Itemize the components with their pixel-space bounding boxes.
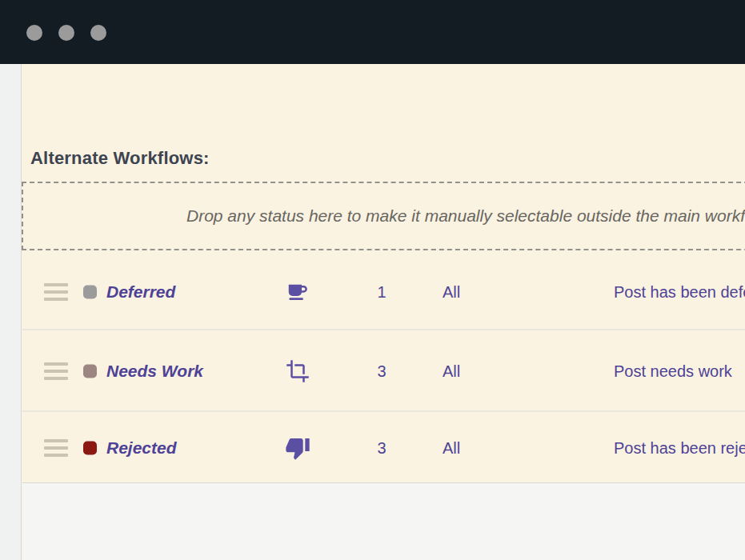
drag-handle-icon[interactable] [44, 283, 68, 301]
status-count: 3 [367, 362, 396, 381]
window-titlebar [0, 0, 745, 64]
status-name: Needs Work [106, 362, 203, 381]
status-scope: All [443, 439, 460, 458]
status-description: Post has been rejected [614, 439, 745, 458]
status-row[interactable]: Needs Work 3 All Post needs work [22, 332, 745, 412]
status-name: Rejected [106, 438, 177, 458]
section-heading: Alternate Workflows: [30, 148, 210, 169]
drop-zone-message: Drop any status here to make it manually… [186, 206, 745, 226]
status-color-swatch [83, 442, 97, 455]
status-count: 3 [367, 439, 396, 458]
drag-handle-icon[interactable] [44, 439, 68, 457]
thumbs-down-icon [282, 434, 314, 462]
window-dot-icon[interactable] [26, 25, 42, 41]
coffee-icon [282, 278, 314, 306]
status-count: 1 [367, 282, 396, 301]
status-name: Deferred [106, 282, 175, 302]
status-row[interactable]: Rejected 3 All Post has been rejected [22, 414, 745, 482]
status-description: Post has been deferred [614, 282, 745, 301]
left-gutter [0, 64, 22, 560]
status-description: Post needs work [614, 362, 732, 381]
drag-handle-icon[interactable] [44, 362, 68, 380]
window-dot-icon[interactable] [90, 25, 106, 41]
status-scope: All [443, 282, 460, 301]
status-scope: All [443, 362, 460, 381]
status-row[interactable]: Deferred 1 All Post has been deferred [22, 254, 745, 330]
workflow-settings-page: Alternate Workflows: Drop any status her… [0, 0, 745, 560]
window-dot-icon[interactable] [58, 25, 74, 41]
status-drop-zone[interactable]: Drop any status here to make it manually… [22, 182, 745, 250]
status-color-swatch [83, 365, 97, 378]
crop-icon [282, 358, 314, 385]
status-color-swatch [83, 285, 97, 298]
footer-area [22, 482, 745, 560]
window-controls [26, 25, 106, 41]
